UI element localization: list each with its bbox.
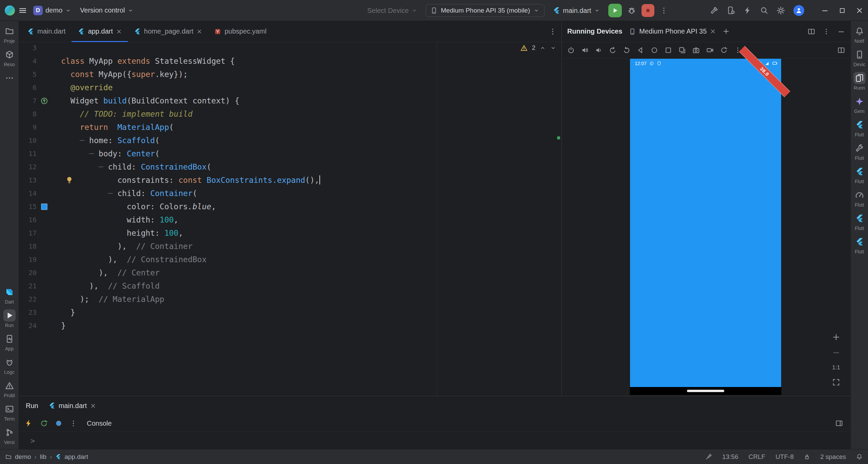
sidebar-item-flutter-profiler[interactable]: Flutt (851, 188, 868, 209)
home-icon[interactable] (651, 46, 658, 54)
prev-problem-icon[interactable] (539, 45, 546, 51)
sidebar-item-logcat[interactable]: Logc (0, 355, 19, 376)
back-icon[interactable] (637, 46, 644, 54)
zoom-reset[interactable]: 1:1 (832, 364, 840, 371)
tab-options-icon[interactable] (549, 27, 557, 36)
voldn-icon[interactable] (595, 46, 603, 54)
panel-options-icon[interactable] (823, 28, 830, 35)
close-tab-icon[interactable] (710, 28, 716, 34)
code-line[interactable]: 18 ), // Container (19, 240, 561, 253)
select-device-dropdown[interactable]: Select Device (364, 5, 420, 17)
device-tab[interactable]: Medium Phone API 35 (629, 27, 716, 35)
snapshot-icon[interactable] (720, 46, 728, 54)
code-line[interactable]: 23 } (19, 306, 561, 319)
sidebar-item-notifications[interactable]: Notif (851, 24, 868, 45)
hot-reload-icon[interactable] (24, 419, 33, 427)
zoom-fit-icon[interactable] (832, 379, 840, 386)
overview-icon[interactable] (665, 46, 672, 54)
main-menu-icon[interactable] (18, 6, 27, 15)
rotr-icon[interactable] (623, 46, 630, 54)
device-frame-icon[interactable] (837, 46, 845, 54)
run-config-selector[interactable]: main.dart (550, 5, 603, 17)
hide-panel-icon[interactable] (837, 28, 845, 35)
code-line[interactable]: 15 color: Colors.blue, (19, 200, 561, 213)
sidebar-item-flutter-devtools[interactable]: Flutt (851, 234, 868, 256)
inspection-widget[interactable]: 2 (520, 44, 556, 52)
profiler-icon[interactable] (743, 6, 752, 15)
tab-pubspec.yaml[interactable]: pubspec.yaml (208, 21, 272, 42)
sidebar-item-run[interactable]: Run (0, 308, 19, 329)
sidebar-item-flutter-inspector[interactable]: Flutt (851, 141, 868, 162)
sidebar-item-problems[interactable]: Probl (0, 378, 19, 400)
device-manager-icon[interactable] (727, 6, 735, 15)
console-layout-icon[interactable] (835, 420, 843, 427)
maximize-icon[interactable] (839, 7, 846, 14)
caret-position[interactable]: 13:56 (722, 453, 738, 461)
run-options-icon[interactable] (70, 420, 77, 427)
minimize-icon[interactable] (821, 7, 829, 14)
encoding[interactable]: UTF-8 (775, 453, 794, 461)
notifications-icon[interactable] (856, 453, 863, 460)
zoom-in-icon[interactable] (832, 333, 840, 341)
vcs-widget[interactable]: Version control (77, 4, 136, 16)
tab-home_page.dart[interactable]: home_page.dart (128, 21, 209, 42)
close-tab-icon[interactable] (116, 29, 122, 34)
console-tab[interactable]: Console (87, 420, 112, 427)
next-problem-icon[interactable] (550, 45, 556, 51)
breadcrumb-folder[interactable]: lib (40, 453, 46, 461)
sidebar-item-resource-manager[interactable]: Reso (0, 47, 19, 69)
code-line[interactable]: 6 @override (19, 81, 561, 94)
close-tab-icon[interactable] (197, 29, 202, 34)
rotl-icon[interactable] (609, 46, 616, 54)
code-line[interactable]: 17 height: 100, (19, 227, 561, 240)
video-icon[interactable] (706, 46, 714, 54)
sidebar-item-device-manager[interactable]: Devic (851, 47, 868, 69)
close-window-icon[interactable] (856, 7, 863, 14)
gesture-pill[interactable] (687, 390, 724, 392)
code-line[interactable]: 19 ), // ConstrainedBox (19, 253, 561, 266)
sidebar-item-more-tool-windows[interactable] (0, 71, 19, 85)
sidebar-item-project[interactable]: Proje (0, 24, 19, 45)
search-icon[interactable] (760, 6, 768, 15)
code-line[interactable]: 13 constraints: const BoxConstraints.exp… (19, 174, 561, 187)
override-marker-icon[interactable] (40, 97, 48, 105)
sidebar-item-app-quality-insights[interactable]: App (0, 331, 19, 353)
sidebar-item-flutter-performance[interactable]: Flutt (851, 164, 868, 186)
code-line[interactable]: 24} (19, 319, 561, 332)
ide-settings-icon[interactable] (706, 453, 712, 460)
indent-setting[interactable]: 2 spaces (820, 453, 846, 461)
stop-button[interactable] (642, 4, 654, 17)
code-line[interactable]: 20 ), // Center (19, 266, 561, 279)
console-output[interactable]: > (19, 431, 850, 449)
code-line[interactable]: 4class MyApp extends StatelessWidget { (19, 55, 561, 68)
layers-icon[interactable] (678, 46, 686, 54)
phone-screen[interactable]: 12:07 3G 38.0 (630, 59, 781, 395)
code-line[interactable]: 14 ─ child: Container( (19, 187, 561, 200)
sidebar-item-gemini[interactable]: Gem (851, 94, 868, 115)
sidebar-item-flutter-coverage[interactable]: Flutt (851, 211, 868, 232)
breadcrumb-project[interactable]: demo (15, 453, 31, 461)
app-indicator-icon[interactable] (55, 420, 62, 427)
code-line[interactable]: 8 // TODO: implement build (19, 108, 561, 121)
sidebar-item-dart-analysis[interactable]: Dart (0, 285, 19, 306)
debug-button[interactable] (627, 6, 636, 15)
readonly-lock-icon[interactable] (804, 454, 810, 460)
camera-icon[interactable] (692, 46, 700, 54)
code-line[interactable]: 12 ─ child: ConstrainedBox( (19, 160, 561, 174)
breadcrumb-file[interactable]: app.dart (64, 453, 88, 461)
project-widget[interactable]: D demo (31, 4, 74, 17)
code-line[interactable]: 22 ); // MaterialApp (19, 293, 561, 306)
code-editor[interactable]: 34class MyApp extends StatelessWidget {5… (19, 42, 561, 396)
run-button[interactable] (608, 4, 622, 17)
user-avatar[interactable] (793, 5, 804, 16)
code-line[interactable]: 5 const MyApp({super.key}); (19, 68, 561, 81)
code-line[interactable]: 7 Widget build(BuildContext context) { (19, 94, 561, 108)
add-device-tab-icon[interactable] (723, 28, 730, 35)
close-tab-icon[interactable] (90, 403, 96, 409)
more-run-options-icon[interactable] (660, 6, 668, 15)
code-line[interactable]: 3 (19, 42, 561, 55)
tab-main.dart[interactable]: main.dart (21, 21, 72, 42)
build-icon[interactable] (710, 6, 718, 15)
settings-icon[interactable] (776, 6, 785, 15)
volup-icon[interactable] (581, 46, 589, 54)
